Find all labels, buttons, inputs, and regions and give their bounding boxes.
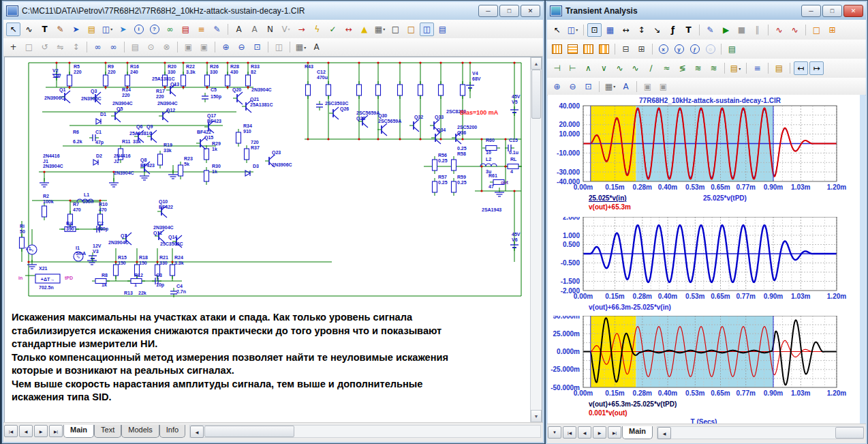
scrollbar-thumb[interactable] (835, 427, 864, 439)
scrollbar-thumb[interactable] (531, 70, 541, 119)
scroll-down-icon[interactable]: ▼ (531, 410, 542, 422)
stacked-plots-button[interactable] (565, 42, 580, 56)
font-button[interactable]: A (619, 80, 633, 93)
graph-zoom-mode-button[interactable]: ▦ (603, 23, 617, 37)
plot-1-svg[interactable]: 40.00020.00010.000-10.000-30.000-40.0000… (548, 96, 860, 192)
tab-models[interactable]: Models (121, 425, 159, 438)
tab-nav-1-button[interactable]: ◀ (19, 425, 33, 437)
single-plot-button[interactable] (550, 42, 564, 56)
show-node-numbers-button[interactable]: N (263, 23, 277, 36)
auto-scale-button[interactable]: ○ (703, 42, 717, 56)
fx-range-button[interactable]: ƒ (687, 42, 702, 56)
tab-nav-3-button[interactable]: ▶| (49, 425, 63, 437)
info-mode-button[interactable]: i (131, 23, 146, 36)
design-info-button[interactable]: ≡ (194, 23, 208, 36)
maximize-button[interactable]: □ (499, 5, 519, 17)
zoom-100-button[interactable]: ⊡ (581, 80, 595, 93)
zoom-select-mode-button[interactable]: ⊡ (587, 23, 602, 37)
run-button[interactable]: ▶ (719, 23, 733, 37)
copy-picture-button[interactable]: ▣ (181, 40, 196, 54)
move-parts-button[interactable]: + (6, 40, 20, 54)
go-to-valley-button[interactable]: ∨ (597, 61, 611, 75)
go-to-high-button[interactable]: ∿ (613, 61, 627, 75)
graphics-mode-button[interactable]: ✎ (53, 23, 67, 36)
find-next-button[interactable]: ∞ (106, 40, 121, 54)
numeric-output-button[interactable]: ≡ (750, 61, 764, 75)
horizontal-axes-button[interactable]: ⊟ (619, 42, 633, 56)
zoom-out-button[interactable]: ⊖ (234, 40, 249, 54)
plot-3-svg[interactable]: 50.000m25.000m0.000m-25.000m-50.000m0.00… (548, 316, 860, 398)
select-region-button[interactable]: □ (809, 23, 824, 37)
component-menu-button[interactable]: ◫▾ (100, 23, 114, 36)
step-into-button[interactable]: ⊙ (144, 40, 158, 54)
wire-mode-button[interactable]: ∿ (22, 23, 36, 36)
show-attribute-text-button[interactable]: A (232, 23, 246, 36)
grid-menu-button[interactable]: ▦▾ (373, 23, 387, 36)
zoom-in-button[interactable]: ⊕ (550, 80, 564, 93)
split-schematic-text-button[interactable]: ◫ (420, 23, 434, 36)
scroll-up-icon[interactable]: ▲ (531, 57, 542, 70)
find-component-button[interactable]: ▤ (84, 23, 99, 36)
tab-nav-3-button[interactable]: ▶ (593, 426, 606, 439)
help-mode-button[interactable]: ? (147, 23, 161, 36)
minimize-button[interactable]: ─ (478, 5, 498, 17)
grid-points-button[interactable]: ⊞ (634, 42, 649, 56)
go-to-low-button[interactable]: ∿ (628, 61, 642, 75)
cursor-left-button[interactable]: ⊣ (550, 61, 564, 75)
scale-x-mode-button[interactable]: ↔ (619, 23, 633, 37)
scroll-left-icon[interactable]: ◀ (190, 426, 204, 438)
show-grid-text-button[interactable]: A (247, 23, 262, 36)
tab-nav-0-button[interactable]: ▼ (548, 426, 561, 439)
tab-text[interactable]: Text (94, 425, 121, 438)
page-properties-button[interactable]: ▤ (435, 23, 450, 36)
rule-check-button[interactable]: ▤ (179, 23, 193, 36)
show-pin-connections-button[interactable]: ↔ (341, 23, 356, 36)
tab-main[interactable]: Main (63, 425, 94, 438)
go-to-inflection-button[interactable]: ∕ (644, 61, 658, 75)
tab-nav-4-button[interactable]: ▶| (608, 426, 621, 439)
show-conditions-button[interactable]: ✓ (326, 23, 340, 36)
show-node-voltages-button[interactable]: V▾ (279, 23, 293, 36)
zoom-100-button[interactable]: ⊡ (250, 40, 264, 54)
replace-text-button[interactable]: ▤ (128, 40, 142, 54)
close-button[interactable]: ✕ (521, 5, 540, 17)
y-range-button[interactable]: y (672, 42, 686, 56)
normalize-waveform-button[interactable]: ∿ (788, 23, 802, 37)
page-edit-button[interactable]: ✎ (210, 23, 224, 36)
schematic-titlebar[interactable]: C:\MC11\DATA\Petrov\77R68H2\77R68H2_10kH… (3, 2, 543, 20)
scrollbar-thumb[interactable] (204, 426, 294, 437)
bring-to-front-button[interactable]: ▣ (640, 80, 655, 93)
part-menu-button[interactable]: ◫▾ (565, 23, 580, 37)
tab-info[interactable]: Info (159, 425, 185, 438)
scroll-left-icon[interactable]: ◀ (657, 427, 671, 439)
overlay-plots-button[interactable] (581, 42, 595, 56)
show-warnings-button[interactable]: ▲ (357, 23, 371, 36)
select-tool-button[interactable]: ↖ (6, 23, 20, 36)
copy-measurements-button[interactable]: ▤ (772, 61, 786, 75)
select-tool-button[interactable]: ↖ (550, 23, 564, 37)
select-box-button[interactable]: □ (22, 40, 36, 54)
schematic-vertical-scrollbar[interactable]: ▲ ▼ (530, 57, 542, 422)
text-mode-button[interactable]: T (681, 23, 696, 37)
show-power-button[interactable]: ϟ (310, 23, 324, 36)
go-to-peak-button[interactable]: ∧ (581, 61, 595, 75)
align-cursors-left-button[interactable]: ↤ (794, 61, 808, 75)
new-page-button[interactable]: □ (388, 23, 403, 36)
tab-main[interactable]: Main (622, 426, 653, 439)
zoom-out-button[interactable]: ⊖ (565, 80, 580, 93)
tile-menu-button[interactable]: ▦▾ (603, 80, 617, 93)
pan-region-button[interactable]: ⊞ (825, 23, 839, 37)
link-mode-button[interactable]: ∞ (163, 23, 177, 36)
scale-xy-mode-button[interactable]: ↘ (650, 23, 664, 37)
align-cursors-right-button[interactable]: ↦ (809, 61, 824, 75)
tab-nav-2-button[interactable]: ▶ (34, 425, 48, 437)
rotate-button[interactable]: ↺ (37, 40, 52, 54)
pause-button[interactable]: ‖ (750, 23, 764, 37)
separate-plots-button[interactable] (597, 42, 611, 56)
text-mode-button[interactable]: T (37, 23, 52, 36)
envelope-bottom-button[interactable]: ≋ (707, 61, 721, 75)
clear-search-button[interactable]: ⊗ (159, 40, 174, 54)
plot-2-svg[interactable]: 2.0001.0000.500-0.500-1.500-2.0000.00m0.… (548, 217, 860, 301)
go-to-global-low-button[interactable]: ≶ (675, 61, 689, 75)
schematic-canvas[interactable]: ∿∿+ΔT→V212VR5220R9220R16240R20330R223.3k… (4, 57, 542, 423)
